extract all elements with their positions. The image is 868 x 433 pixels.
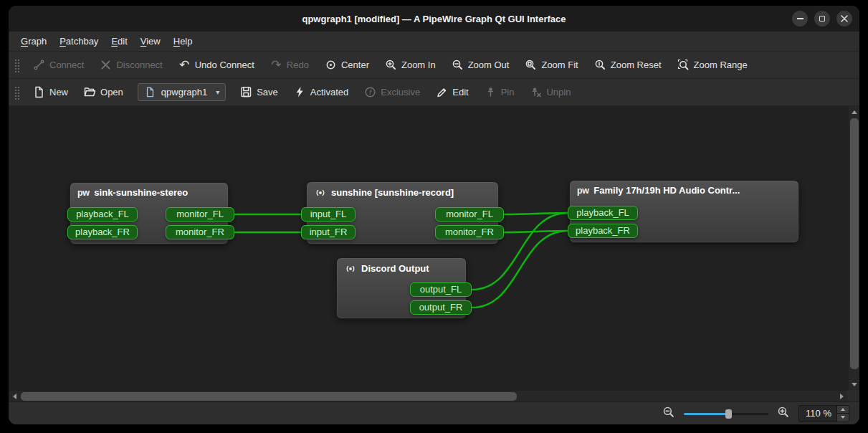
window-controls xyxy=(792,11,852,27)
menu-edit[interactable]: Edit xyxy=(105,32,133,51)
zoom-reset-button[interactable]: Zoom Reset xyxy=(587,55,669,75)
zoom-slider[interactable] xyxy=(684,408,768,419)
new-file-icon xyxy=(33,86,45,98)
port-out-monitor-fl[interactable]: monitor_FL xyxy=(435,207,504,222)
minimize-icon xyxy=(797,18,803,19)
vertical-scrollbar-handle[interactable] xyxy=(850,118,859,369)
zoom-fit-icon xyxy=(525,59,537,71)
horizontal-scrollbar[interactable] xyxy=(9,390,847,401)
toolbar-graph-tools: Connect Disconnect ↶ Undo Connect ↷ Redo… xyxy=(9,52,859,79)
pencil-icon xyxy=(436,86,448,98)
zoom-out-icon[interactable] xyxy=(662,406,675,422)
minimize-button[interactable] xyxy=(792,11,808,27)
scroll-left-button[interactable] xyxy=(9,391,20,402)
redo-button[interactable]: ↷ Redo xyxy=(263,55,316,75)
port-out-output-fr[interactable]: output_FR xyxy=(410,300,472,315)
node-title: sink-sunshine-stereo xyxy=(94,187,188,198)
patchbay-combo[interactable]: qpwgraph1 ▾ xyxy=(138,83,226,101)
chevron-down-icon: ▾ xyxy=(216,88,219,96)
zoom-spin-up-button[interactable] xyxy=(837,406,849,414)
statusbar: 110 % xyxy=(9,401,859,424)
port-in-playback-fr[interactable]: playback_FR xyxy=(568,224,638,238)
arrow-right-icon xyxy=(840,394,844,399)
save-button[interactable]: Save xyxy=(233,82,285,102)
toolbar-drag-handle[interactable] xyxy=(14,58,20,72)
unpin-icon xyxy=(530,86,542,98)
scroll-down-button[interactable] xyxy=(849,379,859,390)
zoom-fit-button[interactable]: Zoom Fit xyxy=(518,55,585,75)
zoom-range-icon xyxy=(677,59,690,71)
port-in-playback-fl[interactable]: playback_FL xyxy=(67,207,138,222)
connect-button[interactable]: Connect xyxy=(26,55,91,75)
open-folder-icon xyxy=(84,86,96,98)
graph-workarea: pw sink-sunshine-stereo sunshine [sunshi… xyxy=(9,106,859,401)
pipewire-icon: pw xyxy=(77,188,89,198)
titlebar[interactable]: qpwgraph1 [modified] — A PipeWire Graph … xyxy=(9,6,859,32)
zoom-in-icon xyxy=(385,59,397,71)
disconnect-icon xyxy=(100,59,112,71)
node-title: Discord Output xyxy=(361,263,429,274)
lightning-icon xyxy=(294,86,306,98)
stream-icon xyxy=(344,262,356,275)
scrollbar-corner xyxy=(847,390,859,401)
port-out-output-fl[interactable]: output_FL xyxy=(410,282,472,297)
menu-patchbay[interactable]: Patchbay xyxy=(53,32,105,51)
menu-graph[interactable]: Graph xyxy=(14,32,53,51)
port-in-playback-fr[interactable]: playback_FR xyxy=(67,225,138,239)
port-out-monitor-fr[interactable]: monitor_FR xyxy=(435,225,504,239)
vertical-scrollbar[interactable] xyxy=(848,106,859,390)
zoom-in-button[interactable]: Zoom In xyxy=(378,55,443,75)
patchbay-file-icon xyxy=(144,86,156,98)
exclusive-icon: f xyxy=(364,86,376,98)
svg-text:f: f xyxy=(369,88,372,96)
zoom-spinbox[interactable]: 110 % xyxy=(798,405,849,422)
arrow-up-icon xyxy=(852,110,857,114)
port-in-input-fl[interactable]: input_FL xyxy=(301,207,356,222)
redo-icon: ↷ xyxy=(270,59,282,71)
zoom-value[interactable]: 110 % xyxy=(799,406,836,422)
zoom-range-button[interactable]: Zoom Range xyxy=(670,55,755,75)
open-button[interactable]: Open xyxy=(77,82,130,102)
maximize-icon xyxy=(819,16,825,22)
arrow-down-icon xyxy=(841,416,845,419)
disconnect-button[interactable]: Disconnect xyxy=(92,55,169,75)
pin-icon xyxy=(485,86,497,98)
center-button[interactable]: Center xyxy=(318,55,376,75)
port-out-monitor-fl[interactable]: monitor_FL xyxy=(166,207,234,222)
menu-view[interactable]: View xyxy=(134,32,167,51)
zoom-spin-down-button[interactable] xyxy=(837,414,849,422)
arrow-down-icon xyxy=(852,383,857,386)
toolbar-drag-handle[interactable] xyxy=(14,85,20,100)
activated-toggle[interactable]: Activated xyxy=(287,82,356,102)
menu-help[interactable]: Help xyxy=(167,32,199,51)
zoom-in-icon[interactable] xyxy=(777,406,790,422)
close-button[interactable] xyxy=(836,11,852,27)
new-button[interactable]: New xyxy=(26,82,75,102)
undo-connect-button[interactable]: ↶ Undo Connect xyxy=(171,55,262,75)
zoom-reset-icon xyxy=(594,59,606,71)
exclusive-toggle[interactable]: f Exclusive xyxy=(357,82,427,102)
patchbay-combo-value: qpwgraph1 xyxy=(161,87,207,97)
scroll-right-button[interactable] xyxy=(836,391,847,402)
zoom-out-icon xyxy=(452,59,464,71)
port-in-input-fr[interactable]: input_FR xyxy=(301,225,356,239)
scroll-up-button[interactable] xyxy=(849,106,859,118)
graph-canvas[interactable]: pw sink-sunshine-stereo sunshine [sunshi… xyxy=(9,106,847,390)
arrow-left-icon xyxy=(13,394,16,399)
node-title: sunshine [sunshine-record] xyxy=(331,187,454,198)
unpin-button[interactable]: Unpin xyxy=(523,82,578,102)
pin-button[interactable]: Pin xyxy=(477,82,522,102)
horizontal-scrollbar-handle[interactable] xyxy=(21,392,517,401)
app-window: qpwgraph1 [modified] — A PipeWire Graph … xyxy=(9,6,859,424)
menubar: Graph Patchbay Edit View Help xyxy=(9,32,859,52)
port-out-monitor-fr[interactable]: monitor_FR xyxy=(166,225,234,239)
connect-icon xyxy=(33,59,45,71)
toolbar-patchbay: New Open qpwgraph1 ▾ Save Activated xyxy=(9,79,859,106)
port-in-playback-fl[interactable]: playback_FL xyxy=(568,206,638,220)
connection-layer xyxy=(9,106,847,390)
edit-toggle[interactable]: Edit xyxy=(429,82,475,102)
window-title: qpwgraph1 [modified] — A PipeWire Graph … xyxy=(9,6,859,32)
maximize-button[interactable] xyxy=(814,11,830,27)
zoom-slider-handle[interactable] xyxy=(725,409,732,419)
zoom-out-button[interactable]: Zoom Out xyxy=(444,55,517,75)
